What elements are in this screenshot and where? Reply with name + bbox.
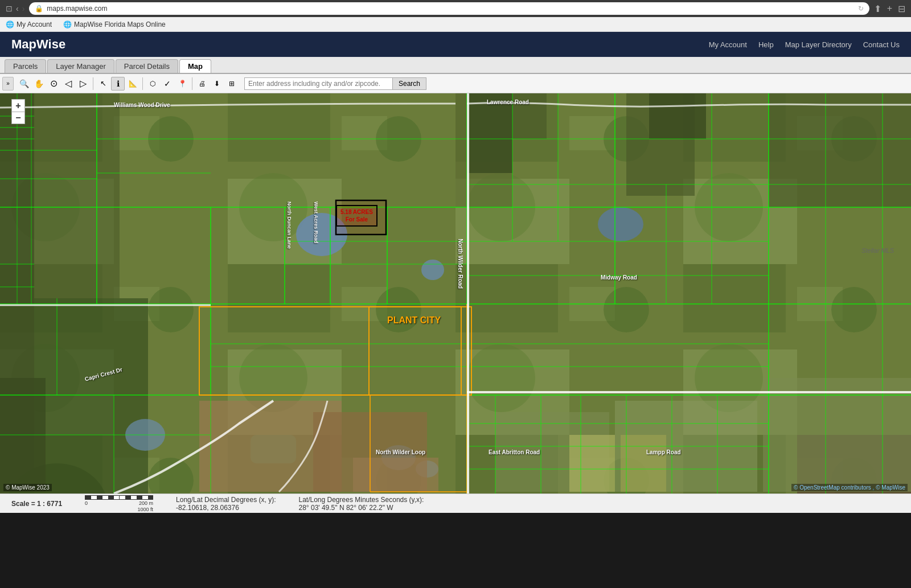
scale-line [85, 495, 153, 500]
window-icon: ⊡ [6, 4, 13, 13]
tab-parcel-details[interactable]: Parcel Details [116, 59, 178, 73]
latlong-value: 28° 03' 49.5" N 82° 06' 22.2" W [298, 504, 393, 512]
latlong-display: Lat/Long Degrees Minutes Seconds (y,x): … [298, 496, 424, 512]
scale-200m: 200 m [139, 500, 153, 506]
zoom-in-button[interactable]: + [11, 99, 25, 112]
coords-display: Long/Lat Decimal Degrees (x, y): -82.106… [176, 496, 276, 512]
add-tab-icon[interactable]: + [887, 3, 892, 14]
app-tabs: Parcels Layer Manager Parcel Details Map [0, 57, 911, 74]
map-copyright-left: © MapWise 2023 [3, 484, 52, 491]
url-bar[interactable]: 🔒 maps.mapwise.com ↻ [29, 2, 869, 15]
map-copyright-right: © OpenStreetMap contributors , © MapWise [791, 484, 908, 491]
bookmarks-bar: 🌐 My Account 🌐 MapWise Florida Maps Onli… [0, 17, 911, 32]
stellar-mls-watermark: Stellar MLS [861, 247, 894, 254]
scale-zero: 0 [85, 500, 88, 506]
svg-rect-9 [34, 93, 120, 298]
polygon-tool[interactable]: ⬡ [146, 77, 159, 91]
map-background: Williams Wood Drive Lawrence Road Midway… [0, 93, 911, 494]
browser-controls: ⊡ ‹ › [6, 4, 24, 13]
map-overlay [0, 93, 911, 494]
separator-3 [192, 77, 192, 90]
osm-attribution[interactable]: © OpenStreetMap contributors [794, 484, 871, 491]
mapwise-attribution[interactable]: © MapWise [876, 484, 905, 491]
back-button[interactable]: ‹ [16, 4, 19, 13]
forward-button[interactable]: › [22, 4, 25, 13]
scale-text: Scale = 1 : 6771 [11, 500, 62, 508]
svg-rect-34 [621, 435, 666, 492]
lock-icon: 🔒 [35, 5, 43, 13]
map-container[interactable]: Williams Wood Drive Lawrence Road Midway… [0, 93, 911, 494]
selected-parcel-label[interactable]: 5.18 ACRES For Sale [336, 205, 377, 227]
export-tool[interactable]: ⬇ [210, 77, 224, 91]
url-text: maps.mapwise.com [47, 5, 107, 13]
latlong-label: Lat/Long Degrees Minutes Seconds (y,x): [298, 496, 424, 504]
tab-parcels[interactable]: Parcels [5, 59, 46, 73]
svg-rect-27 [649, 93, 706, 139]
status-bar: Scale = 1 : 6771 0 200 m 1000 ft Long/La… [0, 494, 911, 513]
forward-tool[interactable]: ▷ [76, 77, 90, 91]
app-logo[interactable]: MapWise [11, 37, 65, 52]
toolbar-search: Search [244, 77, 426, 90]
scale-graphic: 0 200 m 1000 ft [85, 495, 153, 512]
bookmark-label-1: My Account [17, 20, 52, 28]
bookmark-label-2: MapWise Florida Maps Online [74, 20, 166, 28]
app-header: MapWise My Account Help Map Layer Direct… [0, 32, 911, 57]
separator-1 [93, 77, 93, 90]
back-tool[interactable]: ◁ [61, 77, 75, 91]
measure-tool[interactable]: 📐 [126, 77, 139, 91]
nav-my-account[interactable]: My Account [709, 40, 747, 49]
parcel-acres: 5.18 ACRES [340, 208, 373, 216]
grid-tool[interactable]: ⊞ [225, 77, 239, 91]
coords-label: Long/Lat Decimal Degrees (x, y): [176, 496, 276, 504]
print-tool[interactable]: 🖨 [195, 77, 209, 91]
arrow-tool[interactable]: ↖ [96, 77, 110, 91]
target-tool[interactable]: ⊙ [47, 77, 60, 91]
reload-icon[interactable]: ↻ [858, 5, 864, 13]
svg-rect-28 [769, 93, 911, 207]
bookmark-icon-1: 🌐 [6, 20, 14, 28]
sidebar-toggle[interactable]: » [2, 77, 14, 91]
tab-layer-manager[interactable]: Layer Manager [47, 59, 114, 73]
coords-value: -82.10618, 28.06376 [176, 504, 239, 512]
zoom-in-tool[interactable]: 🔍 [17, 77, 31, 91]
svg-rect-25 [467, 93, 512, 173]
svg-rect-26 [512, 93, 547, 139]
bookmark-mapwise[interactable]: 🌐 MapWise Florida Maps Online [63, 20, 166, 28]
svg-point-16 [421, 260, 444, 280]
bookmark-icon-2: 🌐 [63, 20, 72, 28]
search-input[interactable] [244, 77, 392, 90]
info-tool[interactable]: ℹ [111, 77, 125, 91]
browser-chrome: ⊡ ‹ › 🔒 maps.mapwise.com ↻ ⬆ + ⊟ [0, 0, 911, 17]
share-icon[interactable]: ⬆ [874, 3, 881, 14]
search-button[interactable]: Search [392, 77, 426, 90]
svg-rect-24 [353, 458, 438, 492]
windows-icon[interactable]: ⊟ [898, 3, 905, 14]
bookmark-my-account[interactable]: 🌐 My Account [6, 20, 52, 28]
app-nav: My Account Help Map Layer Directory Cont… [709, 40, 900, 49]
tab-map[interactable]: Map [179, 59, 211, 73]
check-tool[interactable]: ✓ [161, 77, 174, 91]
nav-help[interactable]: Help [758, 40, 774, 49]
separator-2 [142, 77, 143, 90]
svg-rect-33 [569, 435, 615, 492]
nav-contact-us[interactable]: Contact Us [863, 40, 900, 49]
svg-point-17 [598, 207, 643, 241]
nav-map-layer-directory[interactable]: Map Layer Directory [785, 40, 852, 49]
pin-tool[interactable]: 📍 [175, 77, 189, 91]
zoom-controls: + − [11, 99, 25, 124]
pan-tool[interactable]: ✋ [32, 77, 46, 91]
scale-1000ft: 1000 ft [138, 507, 154, 512]
map-toolbar: » 🔍 ✋ ⊙ ◁ ▷ ↖ ℹ 📐 ⬡ ✓ 📍 🖨 ⬇ ⊞ Search [0, 74, 911, 93]
zoom-out-button[interactable]: − [11, 112, 25, 124]
scale-display: Scale = 1 : 6771 [11, 500, 62, 508]
parcel-for-sale: For Sale [340, 216, 373, 223]
